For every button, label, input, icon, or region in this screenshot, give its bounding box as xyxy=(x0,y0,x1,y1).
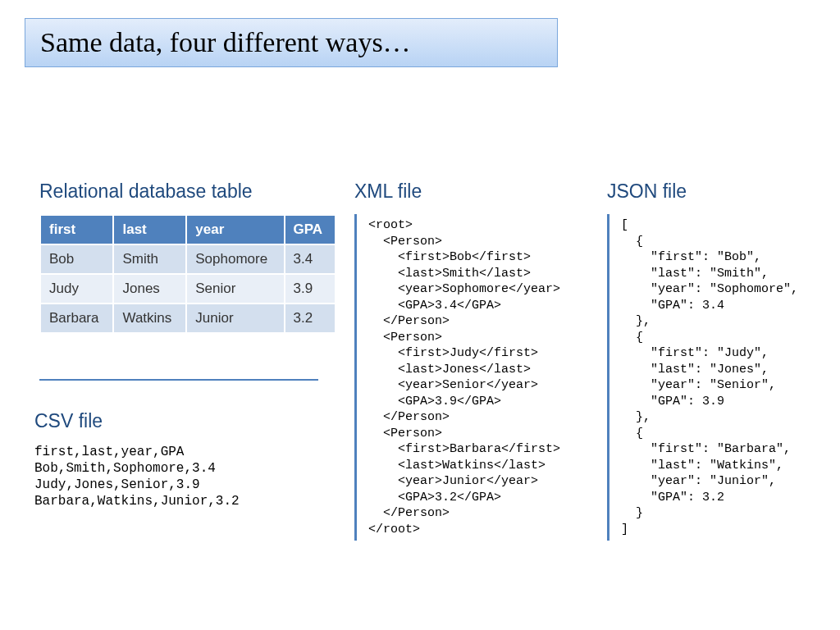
table-row: Barbara Watkins Junior 3.2 xyxy=(40,304,336,333)
table-row: Judy Jones Senior 3.9 xyxy=(40,274,336,304)
divider-line xyxy=(39,379,318,381)
xml-body: <root> <Person> <first>Bob</first> <last… xyxy=(354,214,584,541)
csv-section: CSV file first,last,year,GPA Bob,Smith,S… xyxy=(34,410,330,509)
col-first: first xyxy=(40,215,113,244)
col-gpa: GPA xyxy=(285,215,336,244)
col-year: year xyxy=(186,215,284,244)
slide-title: Same data, four different ways… xyxy=(25,18,558,67)
xml-heading: XML file xyxy=(354,180,584,203)
csv-body: first,last,year,GPA Bob,Smith,Sophomore,… xyxy=(34,444,330,509)
relational-table: first last year GPA Bob Smith Sophomore … xyxy=(39,214,336,334)
table-row: Bob Smith Sophomore 3.4 xyxy=(40,244,336,274)
col-last: last xyxy=(113,215,186,244)
json-section: JSON file [ { "first": "Bob", "last": "S… xyxy=(607,180,829,541)
relational-heading: Relational database table xyxy=(39,180,336,203)
xml-section: XML file <root> <Person> <first>Bob</fir… xyxy=(354,180,584,541)
csv-heading: CSV file xyxy=(34,410,330,432)
relational-table-section: Relational database table first last yea… xyxy=(39,180,336,334)
json-heading: JSON file xyxy=(607,180,829,203)
json-body: [ { "first": "Bob", "last": "Smith", "ye… xyxy=(607,214,829,541)
